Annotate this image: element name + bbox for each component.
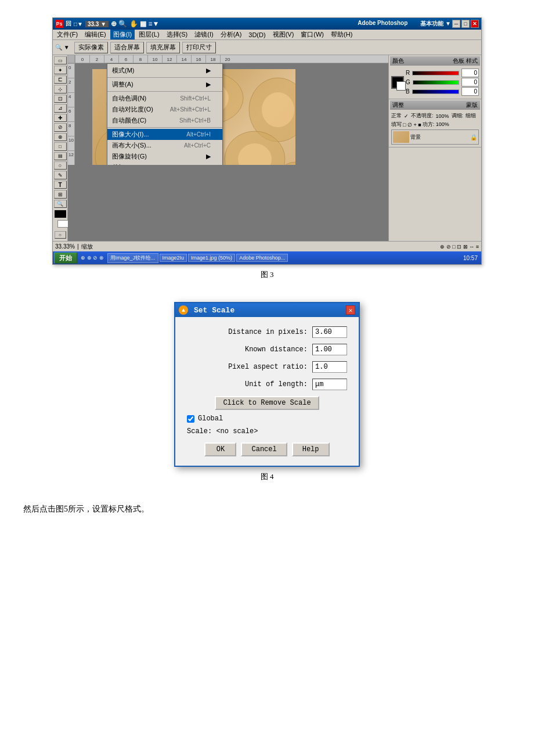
menu-auto-contrast-label: 自动对比度(O)	[112, 105, 153, 114]
menu-3d[interactable]: 3D(D)	[246, 31, 268, 39]
menu-layer[interactable]: 图层(L)	[136, 30, 162, 39]
r-slider[interactable]	[412, 71, 459, 75]
menu-section-size: 图像大小(I)... Alt+Ctrl+I 画布大小(S)... Alt+Ctr…	[107, 128, 222, 165]
r-value[interactable]	[461, 69, 479, 77]
g-value[interactable]	[461, 78, 479, 87]
menu-auto-color[interactable]: 自动颜色(C) Shift+Ctrl+B	[107, 115, 222, 126]
unit-length-input[interactable]	[312, 379, 347, 390]
minimize-btn[interactable]: ─	[452, 20, 460, 28]
dialog-close-btn[interactable]: ✕	[346, 305, 355, 315]
pixel-aspect-input[interactable]	[312, 361, 347, 373]
adjust-panel: 调整 蒙版 正常 ✓ 不透明度: 100% 调细: 细细	[389, 99, 481, 147]
menu-file[interactable]: 文件(F)	[54, 30, 81, 39]
global-label: Global	[198, 415, 223, 423]
adjust-opacity-value: 100%	[436, 113, 449, 119]
distance-pixels-input[interactable]	[312, 326, 347, 338]
tool-marquee[interactable]: ▭	[54, 56, 67, 64]
maximize-btn[interactable]: □	[461, 20, 470, 28]
adjust-row2: 填写 □ ∅ + ■ 功方: 100%	[391, 121, 479, 128]
tool-heal[interactable]: ✚	[54, 114, 67, 122]
menu-image-size[interactable]: 图像大小(I)... Alt+Ctrl+I	[107, 129, 222, 140]
taskbar-imagej[interactable]: 用Image_J软件给...	[107, 253, 158, 263]
tool-crop[interactable]: ⊡	[54, 95, 67, 103]
adjust-options: 正常 ✓ 不透明度: 100% 调细: 细细 填写 □ ∅ + ■ 功方: 10…	[390, 111, 480, 146]
menu-rotate-arrow: ▶	[206, 153, 211, 160]
fit-screen-btn[interactable]: 适合屏幕	[110, 42, 144, 53]
tool-move[interactable]: ✦	[54, 66, 67, 74]
close-btn[interactable]: ✕	[471, 20, 479, 28]
menu-view[interactable]: 视图(V)	[270, 30, 297, 39]
actual-pixels-btn[interactable]: 实际像素	[74, 42, 108, 53]
tool-eraser[interactable]: □	[54, 142, 67, 150]
g-slider[interactable]	[413, 80, 459, 85]
menu-auto-color-label: 自动颜色(C)	[112, 116, 146, 125]
background-color[interactable]	[57, 220, 69, 228]
menu-auto-contrast-shortcut: Alt+Shift+Ctrl+L	[170, 106, 211, 113]
menu-mode-arrow: ▶	[206, 67, 211, 74]
tool-pen[interactable]: ✎	[54, 171, 67, 179]
b-slider[interactable]	[412, 89, 459, 94]
ruler-8: 8	[133, 55, 147, 63]
quick-mask[interactable]: ○	[55, 231, 66, 239]
menu-adjust[interactable]: 调整(A) ▶	[107, 79, 222, 90]
menu-rotate[interactable]: 图像旋转(G) ▶	[107, 151, 222, 162]
bg-swatch[interactable]	[396, 81, 406, 91]
global-checkbox[interactable]	[187, 415, 194, 423]
menu-analysis[interactable]: 分析(A)	[218, 30, 245, 39]
menu-select[interactable]: 选择(S)	[164, 30, 191, 39]
taskbar-photoshop[interactable]: Adobe Photoshop...	[236, 254, 288, 262]
foreground-color[interactable]	[55, 210, 66, 217]
tool-eyedrop[interactable]: ⊿	[54, 104, 67, 112]
menu-mode[interactable]: 模式(M) ▶	[107, 65, 222, 76]
fg-swatch[interactable]	[391, 76, 404, 89]
known-distance-input[interactable]	[312, 344, 347, 355]
tool-text[interactable]: T	[54, 181, 67, 189]
tool-brush[interactable]: ⊘	[54, 123, 67, 131]
adjust-fill-label: 调细:	[452, 112, 464, 120]
ps-canvas: 0 2 4 6 8 10 12 14 16 18 20	[68, 55, 388, 241]
ok-btn[interactable]: OK	[204, 442, 236, 456]
help-btn[interactable]: Help	[292, 442, 330, 456]
global-checkbox-row: Global	[187, 415, 347, 423]
menu-rotate-label: 图像旋转(G)	[112, 152, 147, 161]
g-label: G	[406, 79, 410, 85]
ps-main-area: ▭ ✦ ⊏ ⊹ ⊡ ⊿ ✚ ⊘ ⊗ □ ▤ ○ ✎ T ⊞ 🔍 ○	[53, 55, 481, 241]
layer-name: 背景	[410, 134, 421, 141]
fill-tools: □ ∅ + ■	[403, 122, 421, 128]
menu-edit[interactable]: 编辑(E)	[82, 30, 109, 39]
menu-canvas-size[interactable]: 画布大小(S)... Alt+Ctrl+C	[107, 140, 222, 151]
content-paragraph: 然后点击图5所示，设置标尺格式。	[23, 504, 511, 514]
menu-auto-tone[interactable]: 自动色调(N) Shift+Ctrl+L	[107, 93, 222, 104]
menu-mode-label: 模式(M)	[112, 66, 135, 75]
menu-crop[interactable]: 裁切(R)...	[107, 162, 222, 165]
taskbar-image2iu[interactable]: Image2Iu	[160, 254, 187, 262]
set-scale-dialog: ▲ Set Scale ✕ Distance in pixels: Known …	[174, 302, 360, 467]
adjust-panel-title: 调整 蒙版	[390, 100, 480, 110]
tool-path[interactable]: ⊞	[54, 190, 67, 198]
fill-screen-btn[interactable]: 填充屏幕	[146, 42, 180, 53]
tool-lasso[interactable]: ⊏	[54, 75, 67, 84]
menu-image-size-shortcut: Alt+Ctrl+I	[186, 131, 211, 138]
tool-stamp[interactable]: ⊗	[54, 133, 67, 141]
cancel-btn[interactable]: Cancel	[241, 442, 287, 456]
menu-help[interactable]: 帮助(H)	[328, 30, 355, 39]
figure4-caption: 图 4	[261, 471, 274, 482]
start-button[interactable]: 开始	[54, 253, 77, 264]
ps-doc-name: 回	[66, 20, 71, 28]
remove-scale-btn[interactable]: Click to Remove Scale	[215, 396, 319, 410]
title-text: Adobe Photoshop	[358, 20, 407, 28]
tool-magic[interactable]: ⊹	[54, 85, 67, 93]
tool-zoom[interactable]: 🔍	[54, 200, 67, 208]
adjust-separator: ✓	[404, 113, 409, 119]
menu-image[interactable]: 图像(I)	[110, 30, 135, 39]
tool-gradient[interactable]: ▤	[54, 152, 67, 160]
dialog-buttons: OK Cancel Help	[187, 442, 347, 456]
print-size-btn[interactable]: 打印尺寸	[182, 42, 216, 53]
b-value[interactable]	[461, 87, 479, 96]
menu-auto-contrast[interactable]: 自动对比度(O) Alt+Shift+Ctrl+L	[107, 104, 222, 115]
tool-dodge[interactable]: ○	[54, 161, 67, 170]
menu-window[interactable]: 窗口(W)	[298, 30, 327, 39]
ps-zoom-level[interactable]: 33.3 ▼	[85, 21, 109, 27]
taskbar-image1[interactable]: Image1.jpg (50%)	[188, 254, 235, 262]
menu-filter[interactable]: 滤镜(I)	[192, 30, 216, 39]
